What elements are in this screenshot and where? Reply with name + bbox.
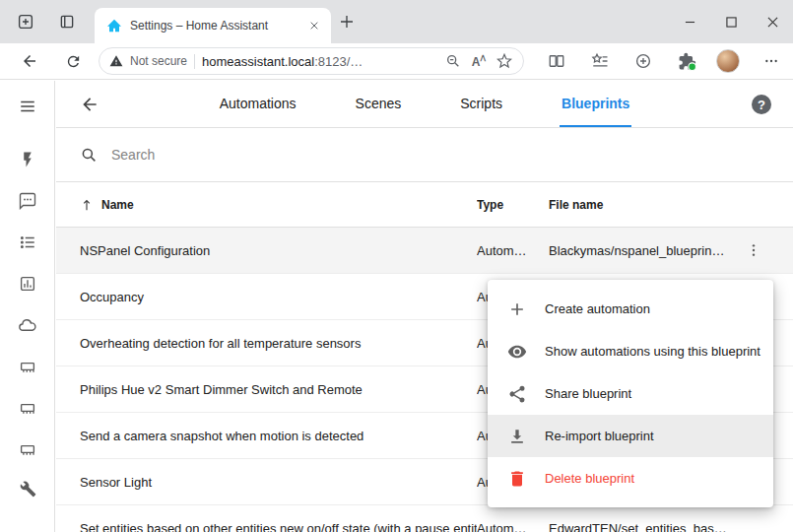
search-input[interactable] bbox=[111, 147, 407, 163]
address-divider bbox=[194, 54, 195, 69]
sidebar-history-icon[interactable] bbox=[18, 274, 37, 294]
column-header-type[interactable]: Type bbox=[477, 198, 549, 212]
menu-item-show-automations[interactable]: Show automations using this blueprint bbox=[488, 330, 773, 372]
tab-scripts[interactable]: Scripts bbox=[458, 81, 504, 127]
tab-actions-icon[interactable] bbox=[57, 12, 77, 32]
menu-item-share-blueprint[interactable]: Share blueprint bbox=[488, 372, 773, 415]
row-name: Overheating detection for all temperatur… bbox=[80, 336, 477, 351]
favorite-star-icon[interactable] bbox=[496, 52, 513, 70]
workspaces-icon[interactable] bbox=[16, 12, 35, 32]
home-assistant-favicon bbox=[106, 18, 122, 33]
ha-tab-bar: Automations Scenes Scripts Blueprints bbox=[56, 81, 793, 127]
sidebar-hardware-icon-2[interactable] bbox=[18, 398, 37, 418]
tab-title: Settings – Home Assistant bbox=[130, 19, 297, 33]
row-overflow-menu-icon[interactable] bbox=[744, 240, 763, 260]
sidebar-hardware-icon-1[interactable] bbox=[18, 357, 37, 376]
row-name: Occupancy bbox=[80, 290, 477, 304]
ha-header: Automations Scenes Scripts Blueprints ? bbox=[56, 81, 793, 128]
favorites-bar-icon[interactable] bbox=[590, 51, 610, 71]
tab-close-icon[interactable] bbox=[305, 17, 323, 34]
row-type: Autom… bbox=[477, 243, 549, 258]
tab-automations[interactable]: Automations bbox=[218, 81, 298, 127]
menu-item-delete-blueprint[interactable]: Delete blueprint bbox=[488, 457, 773, 499]
tab-blueprints[interactable]: Blueprints bbox=[560, 81, 631, 127]
sidebar-hardware-icon-3[interactable] bbox=[18, 439, 37, 459]
minimize-button[interactable] bbox=[669, 0, 710, 43]
sidebar-assist-icon[interactable] bbox=[18, 191, 37, 211]
blueprint-context-menu: Create automation Show automations using… bbox=[488, 280, 773, 507]
table-row[interactable]: NSPanel Configuration Autom… Blackymas/n… bbox=[56, 228, 793, 274]
sidebar-energy-icon[interactable] bbox=[18, 150, 37, 169]
menu-item-create-automation[interactable]: Create automation bbox=[488, 288, 773, 330]
security-label[interactable]: Not secure bbox=[130, 54, 187, 68]
search-icon bbox=[80, 146, 98, 164]
zoom-out-icon[interactable] bbox=[444, 52, 462, 70]
maximize-button[interactable] bbox=[710, 0, 752, 43]
window-controls bbox=[669, 0, 793, 43]
row-name: NSPanel Configuration bbox=[80, 243, 477, 258]
row-type: Autom… bbox=[477, 521, 549, 532]
ha-sidebar bbox=[0, 81, 55, 532]
browser-tab[interactable]: Settings – Home Assistant bbox=[95, 8, 331, 43]
split-screen-icon[interactable] bbox=[547, 51, 566, 71]
not-secure-warning-icon bbox=[109, 54, 123, 68]
url-host: homeassistant.local bbox=[202, 54, 314, 69]
share-icon bbox=[507, 384, 527, 404]
row-name: Philips Hue v2 Smart Dimmer Switch and R… bbox=[80, 382, 477, 397]
eye-icon bbox=[507, 342, 527, 362]
read-aloud-icon[interactable]: Aᐱ bbox=[472, 54, 486, 69]
tab-scenes[interactable]: Scenes bbox=[354, 81, 404, 127]
new-tab-button[interactable] bbox=[339, 14, 355, 30]
plus-icon bbox=[507, 299, 527, 319]
url-path: :8123/… bbox=[314, 54, 363, 69]
close-window-button[interactable] bbox=[752, 0, 793, 43]
browser-titlebar: Settings – Home Assistant bbox=[0, 0, 793, 43]
sidebar-todo-list-icon[interactable] bbox=[18, 233, 37, 252]
row-name: Send a camera snapshot when motion is de… bbox=[80, 429, 477, 443]
sidebar-developer-tools-icon[interactable] bbox=[18, 479, 37, 499]
search-bar bbox=[56, 128, 793, 182]
url-text[interactable]: homeassistant.local:8123/… bbox=[202, 54, 363, 69]
row-name: Sensor Light bbox=[80, 475, 477, 490]
refresh-icon[interactable] bbox=[63, 51, 83, 71]
trash-icon bbox=[507, 469, 527, 489]
row-file: EdwardTEN/set_entities_bas… bbox=[549, 521, 746, 532]
extensions-icon[interactable] bbox=[677, 51, 696, 71]
column-header-name[interactable]: Name bbox=[80, 198, 477, 212]
help-icon[interactable]: ? bbox=[752, 95, 771, 114]
row-name: Set entities based on other entities new… bbox=[80, 521, 477, 532]
profile-avatar[interactable] bbox=[716, 49, 740, 73]
back-icon[interactable] bbox=[20, 51, 39, 71]
menu-item-reimport-blueprint[interactable]: Re-import blueprint bbox=[488, 415, 773, 457]
column-header-file[interactable]: File name bbox=[549, 198, 746, 212]
table-header: Name Type File name bbox=[56, 182, 793, 228]
sidebar-menu-icon[interactable] bbox=[18, 97, 37, 116]
browser-window: Settings – Home Assistant bbox=[0, 0, 793, 532]
row-file: Blackymas/nspanel_blueprin… bbox=[549, 243, 746, 258]
settings-menu-icon[interactable] bbox=[761, 51, 781, 71]
import-download-icon bbox=[507, 427, 527, 446]
table-row[interactable]: Set entities based on other entities new… bbox=[56, 505, 793, 532]
browser-toolbar: Not secure homeassistant.local:8123/… Aᐱ bbox=[0, 43, 793, 80]
collections-icon[interactable] bbox=[633, 51, 653, 71]
address-bar[interactable]: Not secure homeassistant.local:8123/… Aᐱ bbox=[99, 47, 524, 75]
sort-ascending-icon[interactable] bbox=[80, 198, 94, 212]
sidebar-cloud-icon[interactable] bbox=[18, 315, 37, 335]
